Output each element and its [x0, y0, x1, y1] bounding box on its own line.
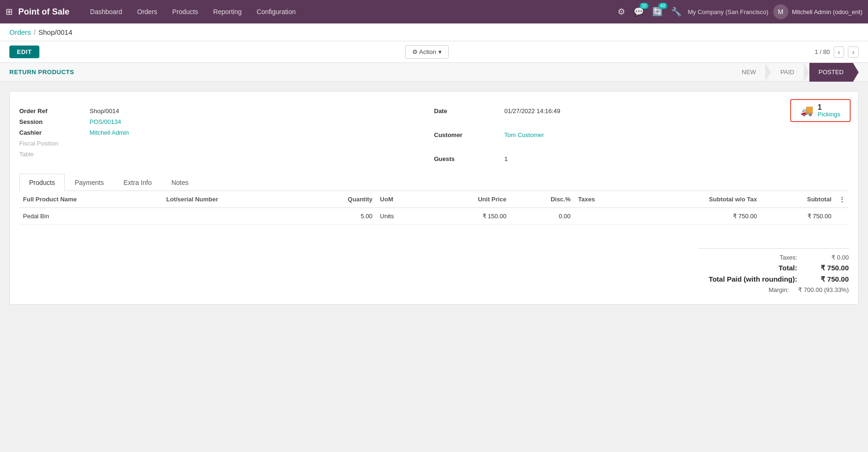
order-ref-row: Order Ref Shop/0014 — [19, 106, 434, 116]
toolbar-center: ⚙ Action ▾ — [45, 45, 809, 59]
tab-products[interactable]: Products — [19, 174, 65, 191]
action-label: ⚙ Action — [412, 48, 436, 55]
customer-row: Customer Tom Customer — [434, 130, 849, 140]
table-header-row: Full Product Name Lot/serial Number Quan… — [19, 191, 849, 208]
total-row: Total: ₹ 750.00 — [699, 262, 849, 274]
col-lot-serial: Lot/serial Number — [163, 191, 301, 208]
tab-payments[interactable]: Payments — [65, 174, 113, 191]
breadcrumb-separator: / — [34, 29, 36, 36]
cell-unit-price: ₹ 150.00 — [426, 208, 510, 225]
products-table: Full Product Name Lot/serial Number Quan… — [19, 191, 849, 225]
edit-button[interactable]: EDIT — [9, 46, 39, 58]
cell-disc: 0.00 — [510, 208, 574, 225]
prev-page-button[interactable]: ‹ — [834, 46, 845, 58]
col-quantity: Quantity — [301, 191, 376, 208]
stage-arrow-1 — [765, 63, 771, 82]
col-product-name: Full Product Name — [19, 191, 163, 208]
order-details-left: Order Ref Shop/0014 Session POS/00134 Ca… — [19, 106, 434, 164]
next-page-button[interactable]: › — [848, 46, 859, 58]
table-row-detail: Table — [19, 149, 434, 160]
action-chevron: ▾ — [438, 48, 442, 55]
cashier-label: Cashier — [19, 129, 90, 136]
order-details: Order Ref Shop/0014 Session POS/00134 Ca… — [19, 106, 849, 164]
customer-value[interactable]: Tom Customer — [505, 131, 544, 138]
user-menu[interactable]: M Mitchell Admin (odoo_ent) — [773, 4, 862, 19]
session-row: Session POS/00134 — [19, 116, 434, 127]
table-row: Pedal Bin 5.00 Units ₹ 150.00 0.00 ₹ 750… — [19, 208, 849, 225]
total-paid-value: ₹ 750.00 — [807, 275, 849, 283]
breadcrumb-parent[interactable]: Orders — [9, 28, 31, 36]
top-menu: Dashboard Orders Products Reporting Conf… — [83, 0, 616, 23]
total-label: Total: — [699, 264, 807, 272]
guests-value: 1 — [505, 155, 508, 162]
wrench-icon-btn[interactable]: 🔧 — [669, 5, 683, 19]
total-paid-row: Total Paid (with rounding): ₹ 750.00 — [699, 274, 849, 285]
updates-badge: 48 — [658, 3, 667, 9]
menu-products[interactable]: Products — [165, 0, 205, 23]
stage-new[interactable]: NEW — [732, 63, 765, 82]
tab-extra-info[interactable]: Extra Info — [114, 174, 162, 191]
total-paid-label: Total Paid (with rounding): — [699, 275, 807, 283]
settings-icon-btn[interactable]: ⚙ — [616, 5, 627, 19]
date-value: 01/27/2022 14:16:49 — [505, 107, 560, 115]
customer-label: Customer — [434, 131, 505, 138]
cell-subtotal: ₹ 750.00 — [761, 208, 835, 225]
taxes-total-row: Taxes: ₹ 0.00 — [699, 253, 849, 262]
col-disc: Disc.% — [510, 191, 574, 208]
totals-section: Taxes: ₹ 0.00 Total: ₹ 750.00 Total Paid… — [19, 244, 849, 295]
stage-paid[interactable]: PAID — [771, 63, 803, 82]
grid-icon[interactable]: ⊞ — [6, 7, 13, 17]
menu-orders[interactable]: Orders — [130, 0, 165, 23]
cell-lot-serial — [163, 208, 301, 225]
order-details-right: Date 01/27/2022 14:16:49 Customer Tom Cu… — [434, 106, 849, 164]
col-subtotal: Subtotal — [761, 191, 835, 208]
toolbar-bar: EDIT ⚙ Action ▾ 1 / 80 ‹ › — [0, 41, 868, 63]
totals-divider — [699, 248, 849, 249]
cell-options — [835, 208, 849, 225]
col-options: ⋮ — [835, 191, 849, 208]
cell-quantity: 5.00 — [301, 208, 376, 225]
tab-notes[interactable]: Notes — [161, 174, 198, 191]
menu-dashboard[interactable]: Dashboard — [83, 0, 130, 23]
cashier-row: Cashier Mitchell Admin — [19, 127, 434, 138]
taxes-value: ₹ 0.00 — [807, 254, 849, 261]
status-stages: NEW PAID POSTED — [732, 63, 859, 82]
company-name: My Company (San Francisco) — [688, 8, 769, 15]
app-name: Point of Sale — [18, 7, 69, 17]
truck-icon: 🚚 — [800, 105, 813, 117]
stage-posted[interactable]: POSTED — [809, 63, 853, 82]
fiscal-position-label: Fiscal Position — [19, 140, 90, 147]
margin-row: Margin: ₹ 700.00 (93.33%) — [699, 285, 849, 295]
toolbar-right: 1 / 80 ‹ › — [815, 46, 859, 58]
order-card: 🚚 1 Pickings Order Ref Shop/0014 Session… — [9, 91, 859, 305]
cell-taxes — [574, 208, 631, 225]
breadcrumb-current: Shop/0014 — [38, 28, 73, 36]
stage-arrow-2 — [804, 63, 809, 82]
chat-badge: 30 — [640, 3, 649, 9]
margin-label: Margin: — [699, 286, 798, 293]
menu-reporting[interactable]: Reporting — [206, 0, 249, 23]
main-content: 🚚 1 Pickings Order Ref Shop/0014 Session… — [0, 82, 868, 448]
breadcrumb-bar: Orders / Shop/0014 — [0, 23, 868, 41]
pickings-button[interactable]: 🚚 1 Pickings — [790, 99, 851, 122]
chat-icon-btn[interactable]: 💬 30 — [632, 5, 646, 19]
col-subtotal-notax: Subtotal w/o Tax — [631, 191, 761, 208]
margin-value: ₹ 700.00 (93.33%) — [798, 286, 849, 293]
updates-icon-btn[interactable]: 🔄 48 — [650, 5, 664, 19]
session-value[interactable]: POS/00134 — [90, 118, 121, 125]
cashier-value[interactable]: Mitchell Admin — [90, 129, 129, 136]
menu-configuration[interactable]: Configuration — [249, 0, 303, 23]
order-ref-value: Shop/0014 — [90, 107, 119, 115]
top-navigation: ⊞ Point of Sale Dashboard Orders Product… — [0, 0, 868, 23]
date-row: Date 01/27/2022 14:16:49 — [434, 106, 849, 116]
tabs-bar: Products Payments Extra Info Notes — [19, 174, 849, 191]
status-bar: RETURN PRODUCTS NEW PAID POSTED — [0, 63, 868, 82]
date-label: Date — [434, 107, 505, 115]
return-products-button[interactable]: RETURN PRODUCTS — [9, 69, 74, 76]
action-button[interactable]: ⚙ Action ▾ — [405, 45, 449, 59]
pickings-info: 1 Pickings — [818, 104, 840, 117]
cell-product-name: Pedal Bin — [19, 208, 163, 225]
topnav-right: ⚙ 💬 30 🔄 48 🔧 My Company (San Francisco)… — [616, 4, 862, 19]
col-taxes: Taxes — [574, 191, 631, 208]
guests-label: Guests — [434, 155, 505, 162]
